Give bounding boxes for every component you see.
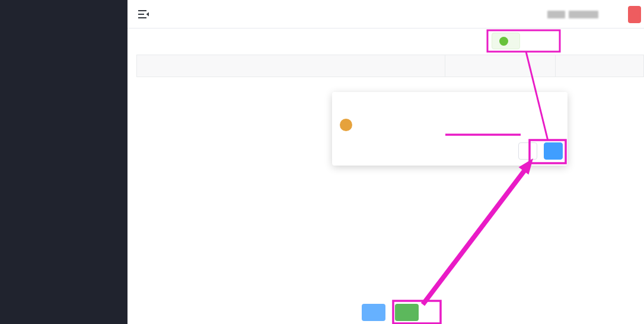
sidebar bbox=[0, 0, 127, 324]
subject-table bbox=[136, 55, 644, 77]
logout-button[interactable] bbox=[628, 6, 641, 23]
main-content bbox=[127, 28, 644, 324]
redacted-text bbox=[569, 11, 598, 18]
column-header-subject bbox=[136, 55, 445, 77]
app-title bbox=[0, 0, 127, 7]
top-header bbox=[127, 0, 644, 28]
breadcrumb bbox=[138, 36, 147, 45]
column-header-select bbox=[556, 55, 644, 77]
save-button[interactable] bbox=[362, 304, 385, 321]
confirm-dialog bbox=[332, 92, 568, 166]
submit-button[interactable] bbox=[395, 304, 419, 321]
warning-icon bbox=[340, 119, 352, 131]
table-header-row bbox=[136, 55, 644, 77]
user-info bbox=[546, 0, 600, 28]
app-screen bbox=[0, 0, 644, 324]
check-circle-icon bbox=[499, 37, 508, 46]
confirm-button[interactable] bbox=[544, 142, 563, 160]
redacted-text bbox=[547, 11, 565, 18]
cancel-button[interactable] bbox=[518, 142, 537, 160]
bottom-actions bbox=[127, 304, 644, 321]
save-success-toast bbox=[492, 33, 520, 49]
collapse-menu-icon[interactable] bbox=[138, 9, 149, 19]
column-header-method bbox=[445, 55, 556, 77]
